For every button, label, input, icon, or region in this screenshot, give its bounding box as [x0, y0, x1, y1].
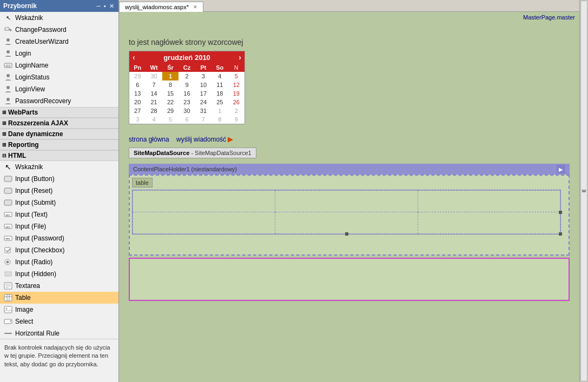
svg-text:ab|: ab|: [5, 213, 10, 217]
sidebar-item-hr[interactable]: Horizontal Rule: [0, 327, 118, 339]
table-icon: [3, 293, 13, 303]
calendar-day-cell[interactable]: 6: [179, 115, 195, 124]
sidebar-item-loginview[interactable]: LoginView: [0, 83, 118, 95]
sidebar-item-loginstatus[interactable]: LoginStatus: [0, 71, 118, 83]
calendar-day-cell[interactable]: 8: [212, 115, 228, 124]
sidebar-float-button[interactable]: ▪: [103, 3, 107, 10]
calendar-day-cell[interactable]: 27: [129, 106, 146, 115]
calendar-day-cell[interactable]: 3: [129, 115, 146, 124]
calendar-day-cell[interactable]: 23: [179, 98, 195, 106]
sidebar-item-input-checkbox[interactable]: Input (Checkbox): [0, 244, 118, 256]
svg-rect-11: [4, 188, 12, 193]
editor-table[interactable]: [133, 190, 560, 234]
calendar-day-cell[interactable]: 6: [129, 81, 146, 89]
resize-handle-bottom-right[interactable]: [559, 232, 562, 236]
sidebar-close-button[interactable]: ✕: [108, 3, 115, 10]
group-reporting[interactable]: ⊞ Reporting: [0, 139, 118, 150]
calendar-day-cell[interactable]: 7: [146, 81, 162, 89]
sidebar-item-input-radio[interactable]: Input (Radio): [0, 256, 118, 268]
calendar-day-cell[interactable]: 18: [212, 89, 228, 98]
sidebar-scroll-area[interactable]: Wskaźnik ChangePassword CreateUserWizard: [0, 12, 118, 339]
calendar-day-cell[interactable]: 1: [162, 72, 179, 81]
nav-send-link[interactable]: wyślij wiadomość ▶: [176, 136, 233, 143]
sidebar-item-input-password[interactable]: ••• Input (Password): [0, 232, 118, 244]
group-html[interactable]: ⊟ HTML: [0, 150, 118, 161]
sidebar-item-input-submit[interactable]: Input (Submit): [0, 197, 118, 209]
sidebar-item-cursor-html[interactable]: ↖ Wskaźnik: [0, 161, 118, 173]
sidebar-item-loginname[interactable]: ab| LoginName: [0, 59, 118, 71]
calendar-day-cell[interactable]: 28: [146, 106, 162, 115]
calendar-day-cell[interactable]: 11: [212, 81, 228, 89]
calendar-day-cell[interactable]: 2: [228, 106, 245, 115]
sidebar-item-passwordrecovery[interactable]: PasswordRecovery: [0, 95, 118, 107]
group-webparts[interactable]: ⊞ WebParts: [0, 107, 118, 118]
table-cell[interactable]: [418, 191, 560, 212]
calendar-day-cell[interactable]: 16: [179, 89, 195, 98]
table-cell[interactable]: [418, 212, 560, 234]
calendar-day-cell[interactable]: 29: [129, 72, 146, 81]
tab-wyslij[interactable]: wyslij_wiadomosc.aspx* ✕: [119, 2, 203, 12]
group-collapse-icon: ⊟: [2, 153, 6, 158]
right-panel-tab[interactable]: W: [580, 1, 587, 381]
nav-home-link[interactable]: strona główna: [129, 136, 169, 143]
calendar-day-cell[interactable]: 13: [129, 89, 146, 98]
resize-handle-bottom-center[interactable]: [345, 232, 348, 236]
sidebar-item-login[interactable]: Login: [0, 48, 118, 59]
calendar-day-cell[interactable]: 30: [146, 72, 162, 81]
sidebar-item-input-button[interactable]: Input (Button): [0, 173, 118, 185]
sidebar-item-select[interactable]: Select: [0, 316, 118, 327]
group-ajax[interactable]: ⊞ Rozszerzenia AJAX: [0, 118, 118, 129]
sidebar-item-input-text[interactable]: ab| Input (Text): [0, 209, 118, 220]
sidebar-item-table[interactable]: Table: [0, 292, 118, 304]
table-cell[interactable]: [133, 212, 275, 234]
sidebar-item-input-file[interactable]: ab| Input (File): [0, 220, 118, 232]
calendar-day-cell[interactable]: 21: [146, 98, 162, 106]
calendar-day-cell[interactable]: 12: [228, 81, 245, 89]
calendar-day-cell[interactable]: 22: [162, 98, 179, 106]
group-dynamic-data[interactable]: ⊞ Dane dynamiczne: [0, 129, 118, 139]
calendar-prev-button[interactable]: ‹: [133, 53, 135, 62]
sidebar-item-image[interactable]: Image: [0, 304, 118, 316]
calendar-day-cell[interactable]: 24: [195, 98, 212, 106]
sidebar-item-label: Wskaźnik: [15, 14, 43, 22]
calendar-day-cell[interactable]: 26: [228, 98, 245, 106]
calendar-day-cell[interactable]: 5: [228, 72, 245, 81]
calendar-day-cell[interactable]: 31: [195, 106, 212, 115]
sidebar-item-changepassword[interactable]: ChangePassword: [0, 24, 118, 36]
tab-close-button[interactable]: ✕: [193, 4, 197, 10]
sidebar-item-input-hidden[interactable]: Input (Hidden): [0, 268, 118, 280]
calendar-day-cell[interactable]: 7: [195, 115, 212, 124]
table-cell[interactable]: [275, 191, 418, 212]
sidebar-item-textarea[interactable]: Textarea: [0, 280, 118, 292]
calendar-day-cell[interactable]: 8: [162, 81, 179, 89]
calendar-day-cell[interactable]: 30: [179, 106, 195, 115]
table-cell[interactable]: [275, 212, 418, 234]
calendar-day-cell[interactable]: 3: [195, 72, 212, 81]
calendar-day-cell[interactable]: 9: [179, 81, 195, 89]
calendar-day-cell[interactable]: 9: [228, 115, 245, 124]
sidebar-item-createuserwizard[interactable]: CreateUserWizard: [0, 36, 118, 48]
calendar-day-cell[interactable]: 20: [129, 98, 146, 106]
calendar-day-cell[interactable]: 19: [228, 89, 245, 98]
sidebar-item-cursor-login[interactable]: Wskaźnik: [0, 12, 118, 24]
calendar-day-cell[interactable]: 14: [146, 89, 162, 98]
sidebar-item-input-reset[interactable]: Input (Reset): [0, 185, 118, 197]
calendar-next-button[interactable]: ›: [239, 53, 241, 62]
calendar-day-cell[interactable]: 5: [162, 115, 179, 124]
table-cell[interactable]: [133, 191, 275, 212]
calendar-day-cell[interactable]: 29: [162, 106, 179, 115]
select-icon: [3, 317, 13, 326]
svg-point-7: [6, 74, 10, 77]
sidebar-pin-button[interactable]: ─: [95, 3, 102, 10]
calendar-day-cell[interactable]: 1: [212, 106, 228, 115]
calendar-day-cell[interactable]: 17: [195, 89, 212, 98]
calendar-day-cell[interactable]: 15: [162, 89, 179, 98]
content-placeholder-expand-button[interactable]: ▶: [557, 165, 565, 173]
resize-handle-right-center[interactable]: [559, 211, 562, 214]
calendar-day-cell[interactable]: 4: [146, 115, 162, 124]
calendar-day-cell[interactable]: 2: [179, 72, 195, 81]
calendar-day-cell[interactable]: 25: [212, 98, 228, 106]
calendar-day-cell[interactable]: 10: [195, 81, 212, 89]
masterpage-label[interactable]: MasterPage.master: [523, 14, 575, 21]
calendar-day-cell[interactable]: 4: [212, 72, 228, 81]
